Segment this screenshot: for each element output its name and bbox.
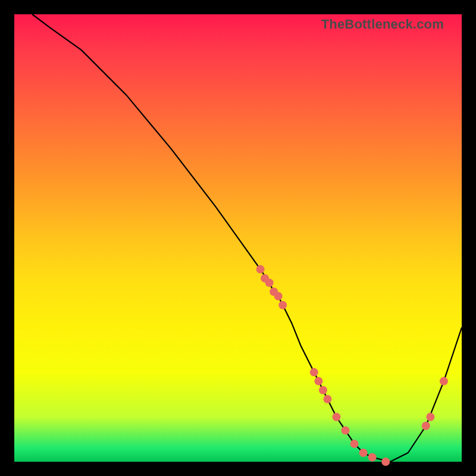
data-marker (350, 440, 359, 448)
data-marker (332, 413, 340, 421)
data-marker (314, 377, 322, 386)
data-marker (319, 386, 327, 394)
data-marker (426, 413, 434, 421)
data-marker (422, 422, 430, 430)
data-marker (310, 368, 318, 377)
data-marker (368, 453, 377, 462)
data-marker (256, 265, 265, 274)
data-marker (342, 426, 350, 434)
data-marker (323, 395, 331, 403)
data-marker (440, 377, 448, 386)
watermark-text: TheBottleneck.com (321, 17, 444, 32)
data-marker (381, 458, 390, 466)
data-marker (265, 278, 274, 287)
bottleneck-curve (32, 14, 462, 462)
chart-frame: TheBottleneck.com (14, 14, 462, 462)
chart-svg (14, 14, 462, 462)
data-marker (359, 449, 368, 457)
data-marker (278, 301, 287, 309)
data-marker (274, 292, 283, 300)
